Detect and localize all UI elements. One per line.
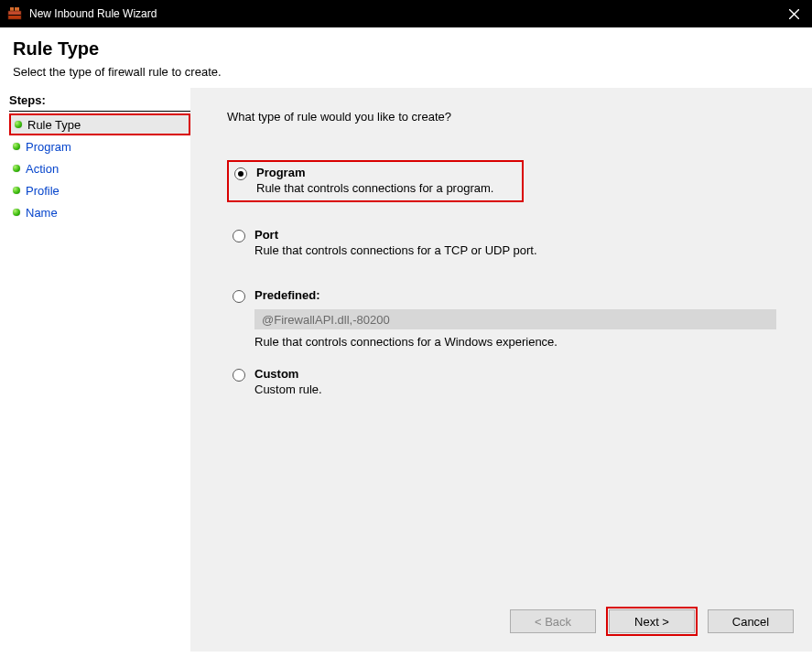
close-button[interactable] (783, 3, 805, 25)
step-label: Action (26, 162, 59, 176)
option-custom[interactable]: Custom Custom rule. (227, 363, 786, 402)
step-action[interactable]: Action (9, 157, 190, 179)
wizard-body: Steps: Rule Type Program Action Profile … (0, 88, 812, 652)
option-predefined-body: Predefined: @FirewallAPI.dll,-80200 Rule… (254, 288, 781, 349)
radio-predefined[interactable] (233, 290, 245, 303)
page-subtitle: Select the type of firewall rule to crea… (13, 65, 799, 79)
window-title: New Inbound Rule Wizard (29, 7, 783, 20)
step-profile[interactable]: Profile (9, 179, 190, 201)
titlebar: New Inbound Rule Wizard (0, 0, 812, 27)
radio-port[interactable] (233, 230, 245, 242)
option-custom-body: Custom Custom rule. (254, 367, 781, 396)
firewall-icon (7, 6, 22, 21)
next-button[interactable]: Next > (609, 609, 695, 633)
step-label: Program (26, 140, 71, 154)
step-rule-type[interactable]: Rule Type (9, 113, 190, 135)
main-pane: What type of rule would you like to crea… (190, 88, 812, 652)
cancel-button[interactable]: Cancel (708, 609, 794, 633)
step-name[interactable]: Name (9, 201, 190, 223)
option-predefined-title: Predefined: (254, 288, 781, 302)
radio-program[interactable] (234, 167, 247, 180)
close-icon (789, 9, 799, 19)
page-header: Rule Type Select the type of firewall ru… (0, 27, 812, 88)
option-port-title: Port (254, 228, 781, 242)
wizard-footer: < Back Next > Cancel (510, 609, 794, 633)
step-program[interactable]: Program (9, 135, 190, 157)
option-program-title: Program (256, 166, 516, 179)
step-label: Rule Type (27, 118, 81, 132)
svg-rect-0 (8, 11, 21, 15)
page-title: Rule Type (13, 38, 799, 59)
option-port-body: Port Rule that controls connections for … (254, 228, 781, 257)
step-bullet-icon (13, 143, 20, 150)
option-custom-title: Custom (254, 367, 781, 381)
svg-rect-3 (15, 7, 19, 11)
step-bullet-icon (13, 165, 20, 172)
option-port[interactable]: Port Rule that controls connections for … (227, 224, 786, 263)
step-bullet-icon (13, 187, 20, 194)
step-bullet-icon (15, 121, 22, 128)
option-program[interactable]: Program Rule that controls connections f… (227, 160, 524, 202)
option-program-desc: Rule that controls connections for a pro… (256, 181, 516, 195)
back-button: < Back (510, 609, 596, 633)
svg-rect-1 (8, 16, 21, 19)
option-predefined[interactable]: Predefined: @FirewallAPI.dll,-80200 Rule… (227, 285, 786, 354)
step-label: Name (26, 206, 58, 220)
step-bullet-icon (13, 209, 20, 216)
radio-custom[interactable] (233, 369, 245, 382)
rule-type-question: What type of rule would you like to crea… (227, 110, 786, 124)
option-custom-desc: Custom rule. (254, 382, 781, 396)
option-program-body: Program Rule that controls connections f… (256, 166, 516, 195)
option-port-desc: Rule that controls connections for a TCP… (254, 243, 781, 257)
predefined-dropdown[interactable]: @FirewallAPI.dll,-80200 (254, 309, 776, 329)
option-predefined-desc: Rule that controls connections for a Win… (254, 335, 781, 349)
step-label: Profile (26, 184, 60, 198)
steps-label: Steps: (9, 93, 190, 112)
svg-rect-2 (10, 7, 14, 11)
steps-sidebar: Steps: Rule Type Program Action Profile … (0, 88, 190, 652)
